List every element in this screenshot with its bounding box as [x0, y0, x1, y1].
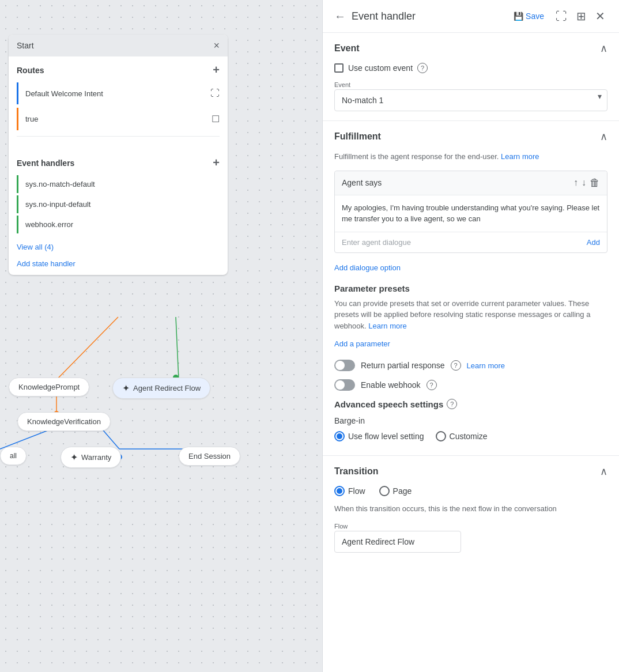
- use-custom-event-checkbox[interactable]: [334, 63, 344, 73]
- flow-node-knowledge-verify[interactable]: KnowledgeVerification: [17, 412, 111, 431]
- flow-node-knowledge-prompt[interactable]: KnowledgePrompt: [9, 377, 89, 397]
- fulfillment-collapse[interactable]: ∧: [600, 130, 607, 143]
- panel-title: Event handler: [352, 10, 416, 22]
- event-handlers-label: Event handlers: [17, 158, 74, 168]
- add-parameter-button[interactable]: Add a parameter: [334, 337, 390, 350]
- return-partial-help[interactable]: ?: [451, 360, 461, 371]
- transition-description: When this transition occurs, this is the…: [334, 503, 607, 515]
- parameter-presets-description: You can provide presets that set or over…: [334, 298, 607, 332]
- add-event-handler-button[interactable]: +: [213, 156, 220, 169]
- return-partial-learn-more[interactable]: Learn more: [467, 361, 505, 370]
- flow-node-end-session[interactable]: End Session: [179, 447, 240, 466]
- header-left: ← Event handler: [334, 10, 416, 23]
- advanced-speech-help[interactable]: ?: [447, 399, 457, 409]
- barge-in-use-flow-option[interactable]: Use flow level setting: [334, 431, 424, 441]
- fulfillment-title-row: Fulfillment ∧: [334, 130, 607, 143]
- barge-in-customize-option[interactable]: Customize: [436, 431, 488, 441]
- route-item-true[interactable]: true ☐: [17, 108, 220, 130]
- agent-says-up-button[interactable]: ↑: [573, 178, 578, 188]
- route-item-welcome[interactable]: Default Welcome Intent ⛶: [17, 82, 220, 104]
- barge-in-customize-radio[interactable]: [436, 431, 446, 441]
- fulfillment-section: Fulfillment ∧ Fulfillment is the agent r…: [323, 121, 619, 456]
- agent-dialogue-add-link[interactable]: Add: [587, 238, 600, 247]
- transition-flow-option[interactable]: Flow: [334, 486, 365, 496]
- barge-in-flow-radio[interactable]: [334, 431, 345, 441]
- transition-section: Transition ∧ Flow Page When this transit…: [323, 456, 619, 562]
- fulfillment-learn-more-link[interactable]: Learn more: [501, 152, 539, 161]
- warranty-label: Warranty: [81, 453, 111, 462]
- transition-title: Transition: [334, 466, 378, 477]
- event-handler-webhook-label: webhook.error: [25, 220, 73, 229]
- event-handlers-section: Event handlers + sys.no-match-default sy…: [9, 149, 228, 239]
- agent-says-header: Agent says ↑ ↓ 🗑: [335, 171, 607, 195]
- header-actions: 💾 Save ⛶ ⊞ ✕: [509, 7, 607, 25]
- event-handler-no-match-label: sys.no-match-default: [25, 180, 95, 188]
- agent-dialogue-placeholder: Enter agent dialogue: [342, 238, 411, 247]
- agent-redirect-icon: ✦: [122, 383, 130, 394]
- knowledge-prompt-label: KnowledgePrompt: [18, 383, 80, 391]
- agent-says-delete-button[interactable]: 🗑: [590, 177, 600, 189]
- start-card: Start × Routes + Default Welcome Intent …: [9, 35, 228, 275]
- event-section-title: Event: [334, 43, 360, 54]
- param-learn-more-link[interactable]: Learn more: [368, 322, 406, 330]
- flow-dropdown-label: Flow: [334, 523, 607, 530]
- transition-flow-radio[interactable]: [334, 486, 345, 496]
- flow-node-agent-redirect[interactable]: ✦ Agent Redirect Flow: [112, 377, 210, 399]
- end-session-label: End Session: [188, 452, 231, 460]
- agent-says-content: My apologies, I'm having trouble underst…: [335, 195, 607, 232]
- event-handler-no-match[interactable]: sys.no-match-default: [17, 175, 220, 193]
- save-label: Save: [526, 12, 544, 21]
- warranty-icon: ✦: [70, 452, 78, 463]
- use-custom-event-help[interactable]: ?: [417, 63, 428, 73]
- route-welcome-icon: ⛶: [210, 88, 220, 99]
- back-button[interactable]: ←: [334, 10, 346, 23]
- add-dialogue-option-button[interactable]: Add dialogue option: [334, 261, 401, 274]
- event-select[interactable]: No-match 1: [334, 89, 607, 111]
- agent-says-title: Agent says: [342, 178, 382, 187]
- view-all-link[interactable]: View all (4): [9, 239, 228, 255]
- expand-button[interactable]: ⛶: [553, 7, 569, 25]
- transition-flow-label: Flow: [348, 486, 365, 496]
- event-section-collapse[interactable]: ∧: [600, 42, 607, 55]
- flow-dropdown[interactable]: Agent Redirect Flow: [334, 531, 461, 553]
- event-handler-no-input[interactable]: sys.no-input-default: [17, 195, 220, 213]
- return-partial-response-label: Return partial response: [361, 361, 445, 370]
- routes-label: Routes: [17, 66, 44, 75]
- close-start-card-button[interactable]: ×: [213, 40, 220, 51]
- save-button[interactable]: 💾 Save: [509, 9, 549, 23]
- event-handler-no-input-label: sys.no-input-default: [25, 200, 90, 209]
- transition-page-option[interactable]: Page: [379, 486, 412, 496]
- start-card-title: Start: [17, 41, 34, 50]
- enable-webhook-row: Enable webhook ?: [334, 379, 607, 391]
- barge-in-flow-radio-inner: [337, 433, 342, 439]
- transition-type-radio-group: Flow Page: [334, 486, 607, 496]
- event-handlers-header: Event handlers +: [17, 156, 220, 169]
- enable-webhook-toggle[interactable]: [334, 379, 355, 391]
- route-true-label: true: [25, 115, 38, 123]
- agent-says-down-button[interactable]: ↓: [582, 178, 586, 188]
- barge-in-customize-label: Customize: [450, 432, 488, 441]
- event-section-title-row: Event ∧: [334, 42, 607, 55]
- route-welcome-label: Default Welcome Intent: [25, 89, 103, 98]
- flow-node-partial[interactable]: all: [0, 447, 27, 465]
- enable-webhook-help[interactable]: ?: [426, 380, 437, 390]
- fulfillment-description: Fulfillment is the agent response for th…: [334, 151, 607, 163]
- close-panel-button[interactable]: ✕: [593, 7, 607, 25]
- barge-in-flow-label: Use flow level setting: [348, 432, 424, 441]
- layout-button[interactable]: ⊞: [574, 7, 588, 25]
- routes-section-header: Routes +: [17, 63, 220, 77]
- route-true-icon: ☐: [212, 114, 220, 124]
- event-handler-webhook[interactable]: webhook.error: [17, 216, 220, 233]
- agent-redirect-label: Agent Redirect Flow: [133, 384, 201, 392]
- flow-node-warranty[interactable]: ✦ Warranty: [61, 447, 121, 468]
- return-partial-response-toggle[interactable]: [334, 360, 355, 371]
- flow-dropdown-wrapper: Flow Agent Redirect Flow: [334, 523, 607, 553]
- add-state-handler-link[interactable]: Add state handler: [9, 255, 228, 275]
- svg-line-1: [176, 317, 179, 380]
- transition-collapse[interactable]: ∧: [600, 465, 607, 478]
- add-route-button[interactable]: +: [213, 63, 220, 77]
- flow-canvas: Start × Routes + Default Welcome Intent …: [0, 0, 323, 672]
- return-partial-response-row: Return partial response ? Learn more: [334, 360, 607, 371]
- transition-page-radio[interactable]: [379, 486, 390, 496]
- transition-title-row: Transition ∧: [334, 465, 607, 478]
